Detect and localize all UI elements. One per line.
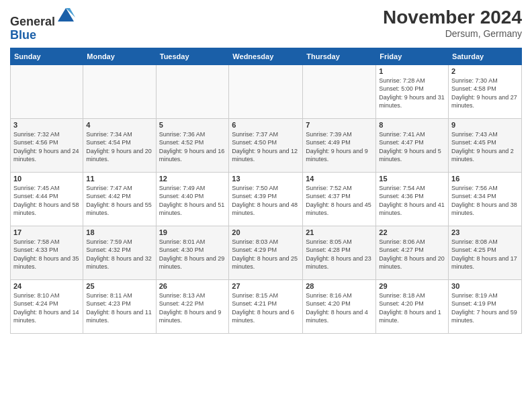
calendar-cell: 14Sunrise: 7:52 AM Sunset: 4:37 PM Dayli… [303,172,376,226]
day-number: 19 [159,228,226,236]
day-number: 11 [86,175,152,183]
day-detail: Sunrise: 8:01 AM Sunset: 4:30 PM Dayligh… [159,238,226,271]
day-detail: Sunrise: 7:39 AM Sunset: 4:49 PM Dayligh… [306,130,373,164]
calendar-cell: 30Sunrise: 8:19 AM Sunset: 4:19 PM Dayli… [449,279,522,333]
calendar-cell: 3Sunrise: 7:32 AM Sunset: 4:56 PM Daylig… [11,118,83,172]
logo-blue-text: Blue [10,29,75,42]
day-detail: Sunrise: 7:30 AM Sunset: 4:58 PM Dayligh… [451,77,519,110]
day-detail: Sunrise: 8:05 AM Sunset: 4:28 PM Dayligh… [306,238,373,271]
calendar-cell: 15Sunrise: 7:54 AM Sunset: 4:36 PM Dayli… [376,172,449,226]
calendar-cell: 5Sunrise: 7:36 AM Sunset: 4:52 PM Daylig… [156,118,229,172]
day-number: 16 [451,175,519,183]
calendar-week-row: 3Sunrise: 7:32 AM Sunset: 4:56 PM Daylig… [11,118,522,172]
day-number: 27 [232,282,300,290]
calendar-cell [83,64,156,118]
calendar-cell: 23Sunrise: 8:08 AM Sunset: 4:25 PM Dayli… [449,226,522,279]
day-number: 3 [13,121,80,129]
calendar-cell: 10Sunrise: 7:45 AM Sunset: 4:44 PM Dayli… [11,172,83,226]
day-detail: Sunrise: 7:59 AM Sunset: 4:32 PM Dayligh… [86,238,152,271]
calendar-cell [303,64,376,118]
calendar-cell: 21Sunrise: 8:05 AM Sunset: 4:28 PM Dayli… [303,226,376,279]
calendar-cell: 2Sunrise: 7:30 AM Sunset: 4:58 PM Daylig… [449,64,522,118]
day-number: 24 [13,282,80,290]
day-detail: Sunrise: 8:11 AM Sunset: 4:23 PM Dayligh… [86,291,152,325]
day-detail: Sunrise: 7:50 AM Sunset: 4:39 PM Dayligh… [232,184,300,218]
day-number: 8 [379,121,445,129]
day-detail: Sunrise: 7:36 AM Sunset: 4:52 PM Dayligh… [159,130,226,164]
calendar-cell: 1Sunrise: 7:28 AM Sunset: 5:00 PM Daylig… [376,64,449,118]
calendar-week-row: 24Sunrise: 8:10 AM Sunset: 4:24 PM Dayli… [11,279,522,333]
day-number: 5 [159,121,226,129]
day-detail: Sunrise: 7:32 AM Sunset: 4:56 PM Dayligh… [13,130,80,164]
calendar-cell: 22Sunrise: 8:06 AM Sunset: 4:27 PM Dayli… [376,226,449,279]
day-number: 9 [451,121,519,129]
calendar-cell: 24Sunrise: 8:10 AM Sunset: 4:24 PM Dayli… [11,279,83,333]
day-detail: Sunrise: 7:41 AM Sunset: 4:47 PM Dayligh… [379,130,445,164]
calendar-cell: 11Sunrise: 7:47 AM Sunset: 4:42 PM Dayli… [83,172,156,226]
day-number: 7 [306,121,373,129]
day-number: 29 [379,282,445,290]
day-detail: Sunrise: 8:13 AM Sunset: 4:22 PM Dayligh… [159,291,226,325]
calendar-cell: 16Sunrise: 7:56 AM Sunset: 4:34 PM Dayli… [449,172,522,226]
day-detail: Sunrise: 8:18 AM Sunset: 4:20 PM Dayligh… [379,291,445,325]
day-number: 20 [232,228,300,236]
calendar-cell: 26Sunrise: 8:13 AM Sunset: 4:22 PM Dayli… [156,279,229,333]
calendar-cell: 12Sunrise: 7:49 AM Sunset: 4:40 PM Dayli… [156,172,229,226]
day-detail: Sunrise: 8:08 AM Sunset: 4:25 PM Dayligh… [451,238,519,271]
logo-general: General [10,15,55,28]
day-detail: Sunrise: 8:15 AM Sunset: 4:21 PM Dayligh… [232,291,300,325]
calendar-cell: 4Sunrise: 7:34 AM Sunset: 4:54 PM Daylig… [83,118,156,172]
day-number: 23 [451,228,519,236]
day-number: 28 [306,282,373,290]
calendar-cell: 27Sunrise: 8:15 AM Sunset: 4:21 PM Dayli… [229,279,303,333]
logo: General Blue [10,7,75,42]
logo-icon [56,7,75,26]
title-section: November 2024 Dersum, Germany [383,7,522,39]
month-title: November 2024 [383,7,522,28]
day-detail: Sunrise: 7:34 AM Sunset: 4:54 PM Dayligh… [86,130,152,164]
location: Dersum, Germany [383,28,522,39]
day-number: 14 [306,175,373,183]
calendar-cell [229,64,303,118]
day-detail: Sunrise: 7:47 AM Sunset: 4:42 PM Dayligh… [86,184,152,218]
day-detail: Sunrise: 8:16 AM Sunset: 4:20 PM Dayligh… [306,291,373,325]
day-number: 30 [451,282,519,290]
logo-text: General [10,7,75,29]
svg-marker-0 [58,8,74,21]
day-detail: Sunrise: 7:54 AM Sunset: 4:36 PM Dayligh… [379,184,445,218]
day-detail: Sunrise: 8:03 AM Sunset: 4:29 PM Dayligh… [232,238,300,271]
calendar-week-row: 17Sunrise: 7:58 AM Sunset: 4:33 PM Dayli… [11,226,522,279]
day-detail: Sunrise: 7:37 AM Sunset: 4:50 PM Dayligh… [232,130,300,164]
calendar-header-row: SundayMondayTuesdayWednesdayThursdayFrid… [11,48,522,64]
calendar-cell: 25Sunrise: 8:11 AM Sunset: 4:23 PM Dayli… [83,279,156,333]
weekday-header: Thursday [303,48,376,64]
calendar-week-row: 10Sunrise: 7:45 AM Sunset: 4:44 PM Dayli… [11,172,522,226]
weekday-header: Tuesday [156,48,229,64]
day-number: 18 [86,228,152,236]
day-detail: Sunrise: 7:58 AM Sunset: 4:33 PM Dayligh… [13,238,80,271]
day-detail: Sunrise: 7:49 AM Sunset: 4:40 PM Dayligh… [159,184,226,218]
day-detail: Sunrise: 8:19 AM Sunset: 4:19 PM Dayligh… [451,291,519,325]
calendar-cell: 28Sunrise: 8:16 AM Sunset: 4:20 PM Dayli… [303,279,376,333]
day-number: 21 [306,228,373,236]
calendar-cell: 8Sunrise: 7:41 AM Sunset: 4:47 PM Daylig… [376,118,449,172]
weekday-header: Friday [376,48,449,64]
weekday-header: Wednesday [229,48,303,64]
day-detail: Sunrise: 7:45 AM Sunset: 4:44 PM Dayligh… [13,184,80,218]
calendar-table: SundayMondayTuesdayWednesdayThursdayFrid… [10,48,522,334]
calendar-cell: 13Sunrise: 7:50 AM Sunset: 4:39 PM Dayli… [229,172,303,226]
calendar-cell: 19Sunrise: 8:01 AM Sunset: 4:30 PM Dayli… [156,226,229,279]
day-number: 25 [86,282,152,290]
calendar-cell: 9Sunrise: 7:43 AM Sunset: 4:45 PM Daylig… [449,118,522,172]
day-number: 26 [159,282,226,290]
day-detail: Sunrise: 7:52 AM Sunset: 4:37 PM Dayligh… [306,184,373,218]
page: General Blue November 2024 Dersum, Germa… [0,0,532,411]
day-number: 10 [13,175,80,183]
weekday-header: Saturday [449,48,522,64]
calendar-cell [11,64,83,118]
calendar-cell: 18Sunrise: 7:59 AM Sunset: 4:32 PM Dayli… [83,226,156,279]
day-number: 17 [13,228,80,236]
weekday-header: Monday [83,48,156,64]
calendar-cell: 6Sunrise: 7:37 AM Sunset: 4:50 PM Daylig… [229,118,303,172]
day-number: 12 [159,175,226,183]
